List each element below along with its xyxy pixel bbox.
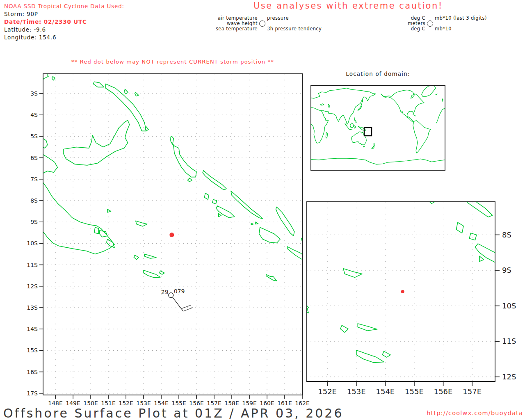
legend-pressure-tendency-label: 3h pressure tendency (267, 26, 322, 32)
coastline-new-hanover (274, 38, 291, 47)
station-circle-icon (169, 293, 173, 298)
coastline-new-ireland (294, 41, 361, 120)
coastline-goodenough (94, 227, 99, 234)
coastline-shortland (429, 198, 436, 204)
coastline-guadalcanal (259, 227, 281, 243)
lat-tick-label: 14S (27, 326, 38, 332)
legend-degc-air-label: deg C (404, 16, 425, 21)
lat-tick-label: 11S (27, 262, 38, 268)
coastline-vella-lavella (456, 222, 463, 233)
source-url-link[interactable]: http://coolwx.com/buoydata (427, 410, 523, 416)
storm-info-block: NOAA SSD Tropical Cyclone Data Used: Sto… (4, 2, 124, 41)
lat-tick-label: 8S (502, 231, 511, 239)
coastline-bougainville (170, 136, 196, 177)
legend-meters-label: meters (404, 21, 425, 26)
lat-tick-label: 12S (502, 372, 516, 381)
coastline-rendova (479, 256, 484, 261)
data-source-line: NOAA SSD Tropical Cyclone Data Used: (4, 2, 124, 10)
lon-tick-label: 157E (207, 400, 221, 406)
coastline-misima-east (144, 254, 156, 259)
coastline-shortland (188, 178, 192, 182)
coastline-new-britain (63, 120, 129, 165)
coastline-tabar (324, 50, 331, 58)
coastline-fergusson (284, 285, 297, 295)
world-coastline-java (349, 129, 352, 130)
lon-tick-label: 158E (224, 400, 239, 406)
lat-tick-label: 10S (502, 301, 516, 310)
lon-tick-label: 154E (154, 400, 169, 406)
coastline-umboi (43, 139, 48, 148)
world-coastline-iceland (436, 94, 437, 95)
storm-longitude-line: Longitude: 154.6 (4, 34, 124, 41)
lon-tick-label: 155E (171, 400, 186, 406)
world-coastline-north-america (381, 90, 424, 122)
world-coastline-sulawesi (354, 126, 356, 128)
coastline-santa-isabel (500, 219, 525, 265)
coastline-tagula (356, 350, 384, 363)
world-coastline-eurasia-north-africa (311, 88, 376, 125)
legend-air-temperature-label: air temperature (212, 16, 258, 21)
lon-tick-label: 154E (376, 387, 395, 396)
coastline-rossel (382, 351, 390, 357)
coastline-normanby (107, 239, 114, 248)
coastline-new-hanover (94, 82, 104, 87)
lon-tick-label: 161E (277, 400, 292, 406)
lat-tick-label: 12S (27, 283, 38, 290)
domain-location-box (364, 128, 372, 136)
world-coastline-antarctica (311, 158, 445, 164)
storm-position-dot (401, 290, 404, 293)
world-coastline-black-sea (320, 104, 324, 105)
lon-tick-label: 160E (260, 400, 274, 406)
coastline-choiseul (203, 171, 226, 190)
storm-latitude-line: Latitude: -9.6 (4, 26, 124, 34)
world-coastline-africa-east (311, 111, 329, 143)
coastline-huon-peninsula (191, 158, 215, 189)
lon-tick-label: 153E (136, 400, 151, 406)
world-coastline-borneo (350, 123, 354, 128)
coastline-woodlark (343, 269, 362, 278)
lon-tick-label: 152E (318, 387, 337, 396)
world-coastline-madagascar (326, 132, 328, 138)
lon-tick-label: 148E (48, 400, 63, 406)
station-legend-values: air temperature wave height sea temperat… (212, 16, 322, 31)
world-map-area (311, 86, 445, 164)
legend-sea-temperature-label: sea temperature (212, 26, 258, 32)
lon-tick-label: 153E (347, 387, 366, 396)
world-coastline-new-zealand-south (372, 146, 374, 148)
coastline-islet-nw (206, 29, 211, 35)
lon-tick-label: 159E (242, 400, 257, 406)
legend-wave-height-label: wave height (212, 21, 258, 26)
offshore-surface-plot-page: { "header": { "source_line": "NOAA SSD T… (0, 0, 525, 420)
main-map-area (41, 72, 306, 395)
lon-tick-label: 151E (101, 400, 116, 406)
coastline-feni (145, 127, 149, 131)
lat-tick-label: 13S (27, 304, 38, 311)
lat-tick-label: 7S (30, 176, 38, 183)
coastline-new-britain (225, 102, 333, 176)
world-coastline-west-africa (436, 108, 445, 123)
coastline-lihir (342, 55, 348, 62)
coastline-florida-islands (256, 222, 258, 224)
coastline-png-peninsula (43, 183, 114, 254)
lon-tick-label: 156E (189, 400, 204, 406)
world-coastline-sakhalin (362, 99, 363, 102)
lat-tick-label: 11S (502, 337, 516, 345)
lat-tick-label: 6S (30, 155, 38, 161)
station-air-temp: 29 (161, 289, 169, 295)
coastline-trobriand (107, 209, 111, 212)
surface-station-plot: 29079 (161, 288, 193, 311)
wind-barb-staff (173, 297, 183, 311)
coastline-umboi (191, 132, 199, 148)
coastline-fergusson (100, 231, 107, 237)
lon-tick-label: 149E (66, 400, 80, 406)
lat-tick-label: 8S (30, 197, 38, 204)
storm-position-dot (169, 233, 174, 237)
coastline-woodlark (136, 221, 147, 226)
coastline-bougainville (400, 128, 443, 196)
coastline-rendova (219, 213, 221, 217)
lat-tick-label: 3S (30, 90, 38, 97)
caution-headline: Use analyses with extreme caution! (253, 1, 443, 11)
world-coastline-new-zealand-north (374, 143, 375, 146)
coastline-russell (251, 223, 253, 225)
coastline-png-peninsula (191, 205, 308, 324)
